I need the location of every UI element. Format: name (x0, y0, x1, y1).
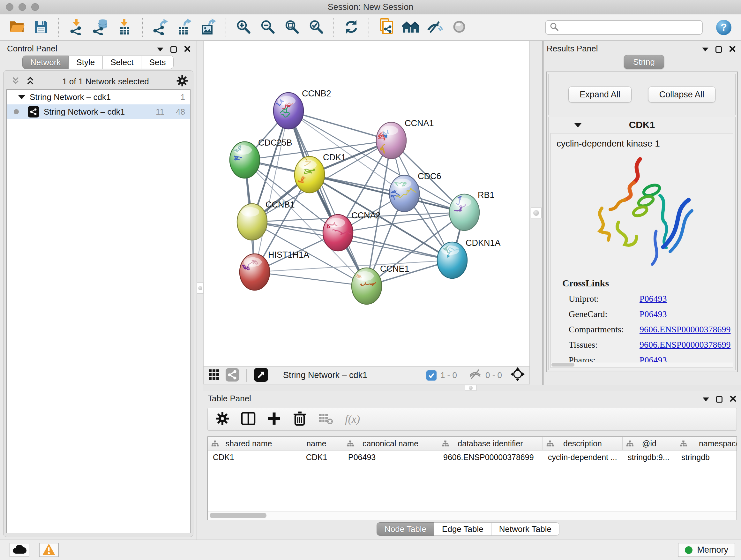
cloud-status-button[interactable] (10, 543, 29, 557)
expand-all-networks-icon[interactable] (25, 76, 35, 86)
network-node-CCNB2[interactable] (273, 92, 304, 129)
close-panel-button[interactable] (184, 45, 191, 54)
selected-checkbox[interactable] (426, 370, 436, 381)
import-table-button[interactable] (116, 18, 133, 37)
show-columns-icon[interactable] (241, 412, 256, 427)
network-node-CCNB1[interactable] (237, 204, 267, 240)
collapse-all-button[interactable]: Collapse All (648, 86, 716, 103)
network-canvas[interactable]: CCNB2CCNA1CDC25BCDK1CDC6RB1CCNB1CCNA2CDK… (203, 41, 530, 366)
table-hscrollbar[interactable] (208, 511, 737, 520)
minimize-window-button[interactable] (18, 3, 26, 11)
search-input[interactable] (559, 22, 698, 33)
network-options-gear-icon[interactable] (176, 75, 188, 88)
maximize-panel-button[interactable] (716, 396, 723, 402)
delete-column-icon[interactable] (293, 411, 307, 428)
collection-expander-icon[interactable] (18, 95, 25, 99)
network-edge[interactable] (255, 272, 367, 286)
save-session-button[interactable] (32, 18, 50, 37)
network-node-CDC25B[interactable] (230, 142, 260, 178)
network-node-CDK1[interactable] (294, 153, 325, 193)
float-panel-button[interactable] (703, 397, 709, 401)
refresh-button[interactable] (343, 18, 360, 37)
column-header-description[interactable]: description (543, 437, 623, 450)
memory-button[interactable]: Memory (678, 543, 735, 557)
zoom-fit-button[interactable] (283, 18, 300, 37)
network-node-CCNA2[interactable] (323, 214, 353, 251)
warning-status-button[interactable] (39, 543, 59, 557)
network-row[interactable]: String Network – cdk1 11 48 (7, 105, 190, 119)
document-share-button[interactable] (378, 18, 395, 37)
tab-network[interactable]: Network (22, 56, 69, 69)
zoom-window-button[interactable] (31, 3, 39, 11)
maximize-panel-button[interactable] (716, 46, 722, 53)
table-cell-shared-name[interactable]: CDK1 (208, 450, 290, 464)
network-node-CCNA1[interactable] (376, 122, 406, 159)
network-edge[interactable] (288, 111, 391, 140)
entry-expander-icon[interactable] (574, 123, 582, 127)
network-view-mode-button[interactable] (225, 368, 239, 383)
collapse-all-networks-icon[interactable] (11, 76, 20, 86)
network-node-RB1[interactable] (449, 194, 479, 231)
column-header-name[interactable]: name (290, 437, 343, 450)
network-node-HIST1H1A[interactable] (240, 254, 270, 290)
table-cell-name[interactable]: CDK1 (290, 450, 343, 464)
tab-edge-table[interactable]: Edge Table (434, 522, 491, 536)
table-cell-id[interactable]: stringdb:9... (623, 450, 676, 464)
gene-entry-header[interactable]: CDK1 (549, 117, 735, 132)
column-header-database-identifier[interactable]: database identifier (438, 437, 543, 450)
table-cell-database-identifier[interactable]: 9606.ENSP00000378699 (438, 450, 543, 464)
crosslink-compartments[interactable]: 9606.ENSP00000378699 (639, 324, 731, 334)
grid-view-button[interactable] (208, 369, 220, 382)
network-node-CDC6[interactable] (389, 175, 419, 212)
expand-all-button[interactable]: Expand All (568, 86, 631, 103)
zoom-selected-button[interactable] (308, 18, 325, 37)
column-header-namespace[interactable]: namespace (676, 437, 737, 450)
results-hscrollbar[interactable] (551, 362, 733, 368)
tab-string[interactable]: String (624, 55, 664, 69)
export-table-button[interactable] (176, 18, 193, 37)
table-cell-description[interactable]: cyclin-dependent ... (543, 450, 623, 464)
table-cell-namespace[interactable]: stringdb (676, 450, 737, 464)
results-hscroll-thumb[interactable] (551, 363, 575, 367)
table-cell-canonical-name[interactable]: P06493 (343, 450, 438, 464)
column-header-shared-name[interactable]: shared name (208, 437, 290, 450)
birds-eye-crosshair-button[interactable] (510, 367, 525, 384)
bottom-splitter[interactable] (203, 385, 741, 391)
network-edge[interactable] (255, 111, 288, 272)
close-panel-button[interactable] (729, 45, 736, 54)
network-edge[interactable] (288, 111, 367, 286)
float-panel-button[interactable] (157, 48, 163, 51)
network-collection-row[interactable]: String Network – cdk1 1 (7, 90, 190, 105)
export-image-button[interactable] (200, 18, 217, 37)
crosslink-uniprot[interactable]: P06493 (639, 294, 667, 304)
import-network-database-button[interactable] (92, 18, 109, 37)
table-options-gear-icon[interactable] (215, 412, 229, 427)
close-panel-button[interactable] (730, 395, 737, 403)
column-header-canonical-name[interactable]: canonical name (343, 437, 438, 450)
network-node-CCNE1[interactable] (351, 268, 382, 304)
add-column-icon[interactable] (267, 412, 281, 427)
tab-select[interactable]: Select (103, 56, 141, 69)
zoom-out-button[interactable] (259, 18, 276, 37)
network-node-CDKN1A[interactable] (437, 242, 467, 278)
tab-network-table[interactable]: Network Table (491, 522, 559, 536)
maximize-panel-button[interactable] (171, 46, 177, 53)
import-network-file-button[interactable] (68, 18, 85, 37)
right-splitter-knob[interactable] (531, 207, 542, 219)
crosslink-tissues[interactable]: 9606.ENSP00000378699 (639, 340, 731, 350)
hide-unhide-button[interactable] (426, 18, 444, 37)
left-splitter[interactable] (197, 41, 203, 540)
open-session-button[interactable] (8, 18, 25, 37)
preview-orb-button[interactable] (451, 18, 468, 37)
column-header-id[interactable]: @id (623, 437, 676, 450)
table-hscroll-thumb[interactable] (210, 513, 266, 518)
right-splitter[interactable] (530, 41, 543, 385)
tab-style[interactable]: Style (69, 56, 103, 69)
homes-button[interactable] (402, 18, 419, 37)
left-splitter-knob[interactable] (197, 282, 204, 294)
zoom-in-button[interactable] (235, 18, 252, 37)
detach-view-button[interactable] (254, 368, 268, 383)
table-row[interactable]: CDK1CDK1P064939606.ENSP00000378699cyclin… (208, 450, 737, 464)
export-network-button[interactable] (151, 18, 169, 37)
float-panel-button[interactable] (702, 48, 709, 51)
